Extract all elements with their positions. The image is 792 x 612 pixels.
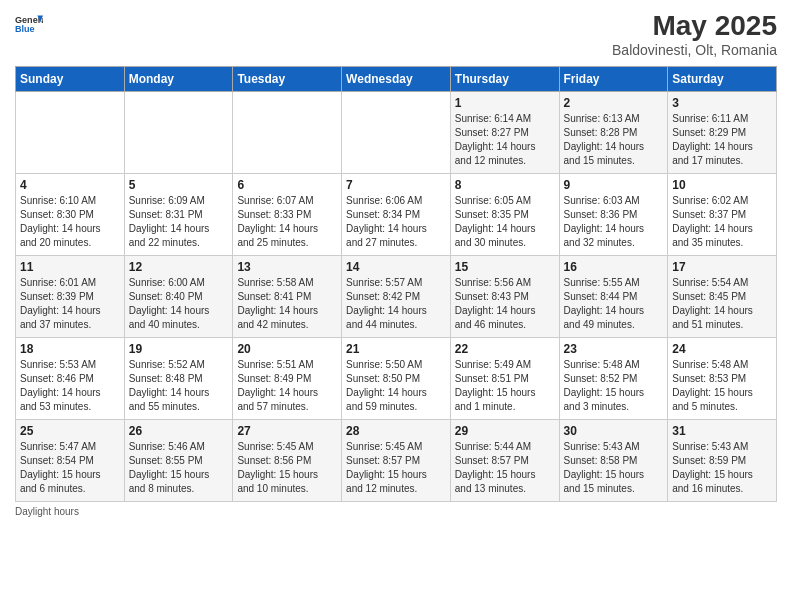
day-info: Sunrise: 5:52 AM Sunset: 8:48 PM Dayligh… [129,358,229,414]
day-number: 10 [672,178,772,192]
day-info: Sunrise: 6:00 AM Sunset: 8:40 PM Dayligh… [129,276,229,332]
week-row-3: 11Sunrise: 6:01 AM Sunset: 8:39 PM Dayli… [16,256,777,338]
day-number: 14 [346,260,446,274]
day-cell: 15Sunrise: 5:56 AM Sunset: 8:43 PM Dayli… [450,256,559,338]
day-number: 24 [672,342,772,356]
calendar-header: SundayMondayTuesdayWednesdayThursdayFrid… [16,67,777,92]
day-number: 20 [237,342,337,356]
day-cell: 17Sunrise: 5:54 AM Sunset: 8:45 PM Dayli… [668,256,777,338]
weekday-row: SundayMondayTuesdayWednesdayThursdayFrid… [16,67,777,92]
day-info: Sunrise: 6:02 AM Sunset: 8:37 PM Dayligh… [672,194,772,250]
day-number: 4 [20,178,120,192]
day-info: Sunrise: 6:10 AM Sunset: 8:30 PM Dayligh… [20,194,120,250]
day-number: 31 [672,424,772,438]
logo: General Blue [15,10,43,38]
day-info: Sunrise: 5:57 AM Sunset: 8:42 PM Dayligh… [346,276,446,332]
week-row-1: 1Sunrise: 6:14 AM Sunset: 8:27 PM Daylig… [16,92,777,174]
page-header: General Blue May 2025 Baldovinesti, Olt,… [15,10,777,58]
weekday-header-monday: Monday [124,67,233,92]
weekday-header-saturday: Saturday [668,67,777,92]
day-cell: 4Sunrise: 6:10 AM Sunset: 8:30 PM Daylig… [16,174,125,256]
day-number: 9 [564,178,664,192]
day-number: 30 [564,424,664,438]
day-number: 12 [129,260,229,274]
weekday-header-friday: Friday [559,67,668,92]
day-info: Sunrise: 6:13 AM Sunset: 8:28 PM Dayligh… [564,112,664,168]
daylight-label: Daylight hours [15,506,79,517]
day-cell: 11Sunrise: 6:01 AM Sunset: 8:39 PM Dayli… [16,256,125,338]
day-number: 23 [564,342,664,356]
footer: Daylight hours [15,506,777,517]
day-cell: 10Sunrise: 6:02 AM Sunset: 8:37 PM Dayli… [668,174,777,256]
day-info: Sunrise: 5:43 AM Sunset: 8:59 PM Dayligh… [672,440,772,496]
day-cell: 8Sunrise: 6:05 AM Sunset: 8:35 PM Daylig… [450,174,559,256]
day-info: Sunrise: 5:46 AM Sunset: 8:55 PM Dayligh… [129,440,229,496]
week-row-2: 4Sunrise: 6:10 AM Sunset: 8:30 PM Daylig… [16,174,777,256]
day-cell: 18Sunrise: 5:53 AM Sunset: 8:46 PM Dayli… [16,338,125,420]
day-info: Sunrise: 6:11 AM Sunset: 8:29 PM Dayligh… [672,112,772,168]
day-cell [16,92,125,174]
day-info: Sunrise: 6:01 AM Sunset: 8:39 PM Dayligh… [20,276,120,332]
day-number: 25 [20,424,120,438]
day-number: 28 [346,424,446,438]
day-info: Sunrise: 6:09 AM Sunset: 8:31 PM Dayligh… [129,194,229,250]
day-number: 13 [237,260,337,274]
day-cell: 31Sunrise: 5:43 AM Sunset: 8:59 PM Dayli… [668,420,777,502]
day-number: 3 [672,96,772,110]
day-info: Sunrise: 5:51 AM Sunset: 8:49 PM Dayligh… [237,358,337,414]
day-cell: 28Sunrise: 5:45 AM Sunset: 8:57 PM Dayli… [342,420,451,502]
day-cell: 3Sunrise: 6:11 AM Sunset: 8:29 PM Daylig… [668,92,777,174]
main-title: May 2025 [612,10,777,42]
day-info: Sunrise: 6:05 AM Sunset: 8:35 PM Dayligh… [455,194,555,250]
day-number: 18 [20,342,120,356]
weekday-header-sunday: Sunday [16,67,125,92]
day-number: 27 [237,424,337,438]
day-info: Sunrise: 5:56 AM Sunset: 8:43 PM Dayligh… [455,276,555,332]
logo-icon: General Blue [15,10,43,38]
day-info: Sunrise: 5:43 AM Sunset: 8:58 PM Dayligh… [564,440,664,496]
day-info: Sunrise: 5:44 AM Sunset: 8:57 PM Dayligh… [455,440,555,496]
day-cell: 24Sunrise: 5:48 AM Sunset: 8:53 PM Dayli… [668,338,777,420]
svg-text:Blue: Blue [15,24,35,34]
day-info: Sunrise: 5:48 AM Sunset: 8:53 PM Dayligh… [672,358,772,414]
day-cell: 25Sunrise: 5:47 AM Sunset: 8:54 PM Dayli… [16,420,125,502]
day-info: Sunrise: 6:06 AM Sunset: 8:34 PM Dayligh… [346,194,446,250]
day-cell: 2Sunrise: 6:13 AM Sunset: 8:28 PM Daylig… [559,92,668,174]
day-number: 7 [346,178,446,192]
day-info: Sunrise: 6:03 AM Sunset: 8:36 PM Dayligh… [564,194,664,250]
day-info: Sunrise: 5:50 AM Sunset: 8:50 PM Dayligh… [346,358,446,414]
day-info: Sunrise: 6:14 AM Sunset: 8:27 PM Dayligh… [455,112,555,168]
day-number: 19 [129,342,229,356]
day-number: 5 [129,178,229,192]
weekday-header-tuesday: Tuesday [233,67,342,92]
day-number: 11 [20,260,120,274]
day-cell: 21Sunrise: 5:50 AM Sunset: 8:50 PM Dayli… [342,338,451,420]
weekday-header-wednesday: Wednesday [342,67,451,92]
day-info: Sunrise: 5:47 AM Sunset: 8:54 PM Dayligh… [20,440,120,496]
day-info: Sunrise: 5:49 AM Sunset: 8:51 PM Dayligh… [455,358,555,414]
title-block: May 2025 Baldovinesti, Olt, Romania [612,10,777,58]
day-number: 26 [129,424,229,438]
day-cell: 5Sunrise: 6:09 AM Sunset: 8:31 PM Daylig… [124,174,233,256]
day-cell: 19Sunrise: 5:52 AM Sunset: 8:48 PM Dayli… [124,338,233,420]
day-info: Sunrise: 6:07 AM Sunset: 8:33 PM Dayligh… [237,194,337,250]
day-info: Sunrise: 5:45 AM Sunset: 8:56 PM Dayligh… [237,440,337,496]
day-number: 1 [455,96,555,110]
day-cell: 6Sunrise: 6:07 AM Sunset: 8:33 PM Daylig… [233,174,342,256]
day-cell: 22Sunrise: 5:49 AM Sunset: 8:51 PM Dayli… [450,338,559,420]
week-row-4: 18Sunrise: 5:53 AM Sunset: 8:46 PM Dayli… [16,338,777,420]
day-cell [342,92,451,174]
subtitle: Baldovinesti, Olt, Romania [612,42,777,58]
day-cell: 26Sunrise: 5:46 AM Sunset: 8:55 PM Dayli… [124,420,233,502]
day-cell: 9Sunrise: 6:03 AM Sunset: 8:36 PM Daylig… [559,174,668,256]
day-cell: 29Sunrise: 5:44 AM Sunset: 8:57 PM Dayli… [450,420,559,502]
day-number: 8 [455,178,555,192]
calendar-table: SundayMondayTuesdayWednesdayThursdayFrid… [15,66,777,502]
day-cell: 30Sunrise: 5:43 AM Sunset: 8:58 PM Dayli… [559,420,668,502]
day-number: 15 [455,260,555,274]
page-container: General Blue May 2025 Baldovinesti, Olt,… [0,0,792,527]
day-cell: 27Sunrise: 5:45 AM Sunset: 8:56 PM Dayli… [233,420,342,502]
day-cell: 1Sunrise: 6:14 AM Sunset: 8:27 PM Daylig… [450,92,559,174]
day-number: 22 [455,342,555,356]
week-row-5: 25Sunrise: 5:47 AM Sunset: 8:54 PM Dayli… [16,420,777,502]
